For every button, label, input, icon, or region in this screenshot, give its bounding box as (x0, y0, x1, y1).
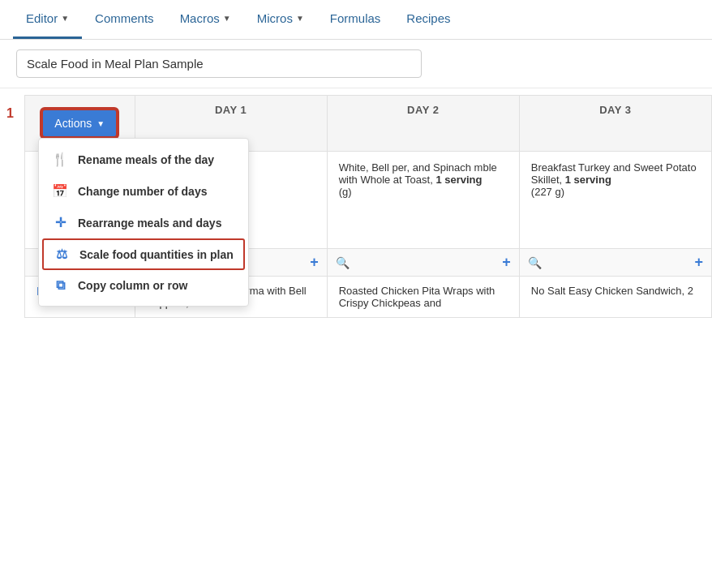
day2-header: DAY 2 (327, 96, 519, 152)
tab-formulas-label: Formulas (330, 11, 381, 25)
actions-button[interactable]: Actions ▼ (41, 109, 118, 138)
tab-formulas[interactable]: Formulas (317, 0, 394, 39)
chevron-down-icon: ▼ (223, 14, 231, 23)
search-day2-cell: 🔍 + (327, 249, 519, 277)
actions-button-label: Actions (54, 117, 92, 130)
plan-title-input[interactable] (16, 49, 422, 78)
menu-item-copy[interactable]: ⧉ Copy column or row (39, 270, 248, 301)
tab-recipes[interactable]: Recipes (393, 0, 463, 39)
tab-macros[interactable]: Macros ▼ (167, 0, 244, 39)
menu-item-rename-label: Rename meals of the day (78, 153, 214, 166)
tab-editor[interactable]: Editor ▼ (13, 0, 82, 39)
lunch-day2-cell: Roasted Chicken Pita Wraps with Crispy C… (327, 277, 519, 318)
chevron-down-icon: ▼ (61, 14, 69, 23)
search-icon[interactable]: 🔍 (336, 256, 350, 269)
tab-comments[interactable]: Comments (82, 0, 167, 39)
utensils-icon: 🍴 (52, 152, 68, 167)
scale-icon: ⚖ (54, 247, 70, 262)
move-icon: ✛ (52, 215, 68, 230)
meal-plan-table: Actions ▼ 🍴 Rename meals of the day 📅 Ch… (24, 95, 712, 318)
menu-item-scale-label: Scale food quantities in plan (79, 248, 234, 261)
lunch-day2-text: Roasted Chicken Pita Wraps with Crispy C… (339, 285, 495, 309)
title-bar (0, 40, 712, 88)
tab-micros-label: Micros (257, 11, 293, 25)
breakfast-day2-weight: (g) (339, 186, 352, 198)
lunch-day3-cell: No Salt Easy Chicken Sandwich, 2 (519, 277, 711, 318)
menu-item-change-days-label: Change number of days (78, 185, 207, 198)
add-item-day3-button[interactable]: + (694, 254, 703, 271)
breakfast-day3-serving: 1 serving (565, 174, 611, 186)
lunch-day3-text: No Salt Easy Chicken Sandwich, 2 (531, 285, 693, 297)
search-day3-cell: 🔍 + (519, 249, 711, 277)
top-navigation: Editor ▼ Comments Macros ▼ Micros ▼ Form… (0, 0, 712, 40)
breakfast-day3-text: Breakfast Turkey and Sweet Potato Skille… (531, 161, 697, 186)
menu-item-copy-label: Copy column or row (78, 279, 187, 292)
tab-macros-label: Macros (180, 11, 220, 25)
main-content: 1 2 Actions ▼ 🍴 Rename m (0, 88, 712, 318)
tab-recipes-label: Recipes (406, 11, 450, 25)
add-item-day2-button[interactable]: + (502, 254, 511, 271)
tab-editor-label: Editor (26, 11, 58, 25)
row-number-1: 1 (6, 106, 14, 121)
menu-item-rename[interactable]: 🍴 Rename meals of the day (39, 144, 248, 175)
search-icon[interactable]: 🔍 (528, 256, 542, 269)
tab-micros[interactable]: Micros ▼ (244, 0, 317, 39)
day3-header: DAY 3 (519, 96, 711, 152)
copy-icon: ⧉ (52, 278, 68, 293)
add-item-day1-button[interactable]: + (310, 254, 319, 271)
actions-dropdown-menu: 🍴 Rename meals of the day 📅 Change numbe… (38, 138, 249, 307)
breakfast-day3-cell: Breakfast Turkey and Sweet Potato Skille… (519, 152, 711, 249)
breakfast-day2-serving: 1 serving (435, 174, 482, 186)
breakfast-day2-cell: White, Bell per, and Spinach mble with W… (327, 152, 519, 249)
menu-item-scale[interactable]: ⚖ Scale food quantities in plan (42, 238, 245, 270)
chevron-down-icon: ▼ (296, 14, 304, 23)
menu-item-rearrange[interactable]: ✛ Rearrange meals and days (39, 207, 248, 238)
breakfast-day3-weight: (227 g) (531, 186, 564, 198)
actions-header-cell: Actions ▼ 🍴 Rename meals of the day 📅 Ch… (25, 96, 135, 152)
tab-comments-label: Comments (95, 11, 154, 25)
calendar-icon: 📅 (52, 183, 68, 199)
menu-item-change-days[interactable]: 📅 Change number of days (39, 175, 248, 207)
menu-item-rearrange-label: Rearrange meals and days (78, 217, 221, 230)
chevron-down-icon: ▼ (97, 119, 105, 128)
